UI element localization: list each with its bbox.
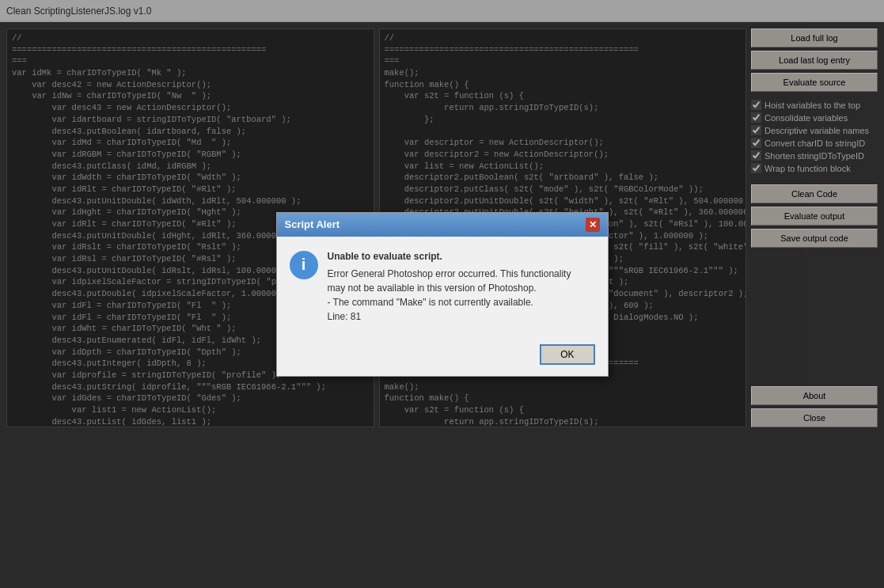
dialog-overlay: Script Alert ✕ i Unable to evaluate scri…: [0, 0, 884, 588]
dialog-message-body: Error General Photoshop error occurred. …: [328, 267, 571, 324]
dialog-title: Script Alert: [285, 218, 340, 230]
dialog-body: i Unable to evaluate script. Error Gener…: [277, 237, 608, 336]
dialog-title-bar: Script Alert ✕: [277, 213, 608, 237]
dialog-footer: OK: [277, 336, 608, 376]
dialog-message-title: Unable to evaluate script.: [328, 249, 571, 264]
dialog-message: Unable to evaluate script. Error General…: [328, 249, 571, 324]
ok-button[interactable]: OK: [540, 344, 594, 365]
dialog-close-button[interactable]: ✕: [586, 218, 600, 232]
info-icon: i: [290, 251, 318, 279]
script-alert-dialog: Script Alert ✕ i Unable to evaluate scri…: [276, 212, 609, 377]
